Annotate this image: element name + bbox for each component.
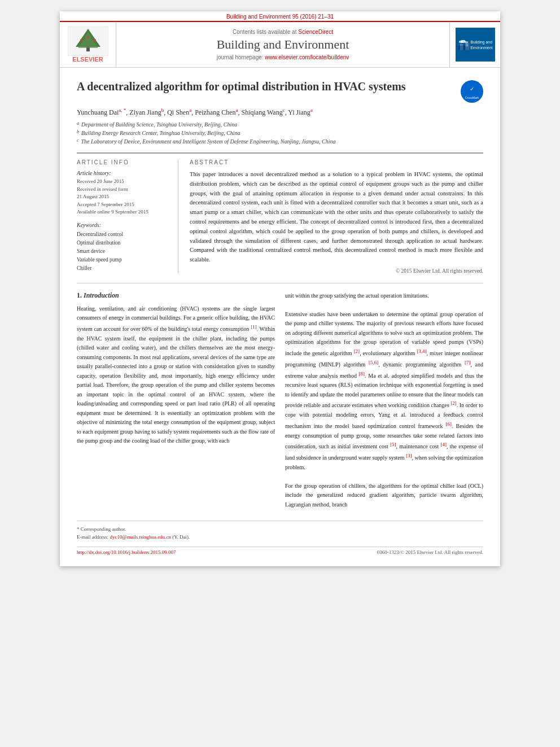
footnote-email-link[interactable]: dyc10@mails.tsinghua.edu.cn — [110, 534, 171, 540]
journal-homepage: journal homepage: www.elsevier.com/locat… — [217, 54, 349, 60]
abstract-text: This paper introduces a novel decentrali… — [190, 170, 483, 265]
intro-section-title: 1. Introduction — [77, 291, 275, 300]
homepage-url[interactable]: www.elsevier.com/locate/buildenv — [265, 54, 349, 60]
info-abstract-section: ARTICLE INFO Article history: Received 2… — [77, 152, 483, 274]
history-label: Article history: — [77, 170, 171, 176]
section-divider — [77, 283, 483, 283]
footnote-area: * Corresponding author. E-mail address: … — [77, 521, 483, 541]
sciencedirect-line: Contents lists available at ScienceDirec… — [233, 29, 333, 35]
author-wang: Shiqiang Wang — [241, 108, 282, 116]
available-date: Available online 9 September 2015 — [77, 208, 171, 216]
svg-rect-18 — [466, 45, 467, 46]
journal-right-logo: Building and Environment — [449, 22, 500, 67]
journal-header: ELSEVIER Contents lists available at Sci… — [60, 21, 500, 68]
journal-cover-icon — [458, 30, 471, 59]
author-jiang-z: Ziyan Jiang — [129, 108, 161, 116]
journal-ref: Building and Environment 95 (2016) 21–31 — [60, 11, 500, 21]
keywords-label: Keywords: — [77, 222, 171, 228]
keyword-3: Smart device — [77, 247, 171, 256]
abstract-header: ABSTRACT — [190, 159, 483, 165]
svg-rect-15 — [461, 45, 462, 46]
svg-point-11 — [464, 41, 468, 43]
svg-point-4 — [80, 39, 82, 41]
issn-copyright: 0360-1323/© 2015 Elsevier Ltd. All right… — [377, 549, 483, 555]
revised-date: 21 August 2015 — [77, 193, 171, 201]
article-info-col: ARTICLE INFO Article history: Received 2… — [77, 159, 178, 274]
svg-rect-16 — [466, 43, 467, 45]
elsevier-label: ELSEVIER — [72, 56, 103, 63]
received-date: Received 20 June 2015 — [77, 178, 171, 186]
footer-bar: http://dx.doi.org/10.1016/j.buildenv.201… — [77, 547, 483, 555]
keyword-2: Optimal distribution — [77, 239, 171, 247]
intro-section: 1. Introduction Heating, ventilation, an… — [77, 291, 483, 509]
doi-link[interactable]: http://dx.doi.org/10.1016/j.buildenv.201… — [77, 549, 176, 555]
svg-rect-19 — [467, 45, 468, 46]
svg-point-6 — [87, 36, 89, 38]
svg-rect-14 — [460, 45, 461, 46]
keyword-1: Decentralized control — [77, 230, 171, 239]
author-jiang-y: Yi Jiang — [288, 108, 310, 116]
journal-center: Contents lists available at ScienceDirec… — [116, 22, 449, 67]
article-title: A decentralized algorithm for optimal di… — [77, 79, 455, 94]
author-dai: Yunchuang Dai — [77, 108, 119, 116]
keywords-section: Keywords: Decentralized control Optimal … — [77, 222, 171, 273]
keyword-5: Chiller — [77, 264, 171, 273]
intro-left-col: 1. Introduction Heating, ventilation, an… — [77, 291, 275, 509]
history-group: Article history: Received 20 June 2015 R… — [77, 170, 171, 216]
footnote-email: E-mail address: dyc10@mails.tsinghua.edu… — [77, 534, 483, 541]
author-chen: Peizhang Chen — [195, 108, 235, 116]
elsevier-logo-section: ELSEVIER — [60, 22, 116, 67]
crossmark-badge[interactable]: ✓ CrossMark — [461, 80, 483, 103]
authors-line: Yunchuang Daia, *, Ziyan Jiangb, Qi Shen… — [77, 107, 483, 117]
crossmark-icon: ✓ — [466, 84, 478, 95]
footnote-corresponding: * Corresponding author. — [77, 526, 483, 534]
accepted-date: Accepted 7 September 2015 — [77, 201, 171, 209]
intro-right-col: unit within the group satisfying the act… — [285, 291, 483, 509]
intro-left-text: Heating, ventilation, and air conditioni… — [77, 304, 275, 446]
article-content: A decentralized algorithm for optimal di… — [60, 68, 500, 566]
svg-text:✓: ✓ — [470, 86, 474, 92]
affiliations: a Department of Building Science, Tsingh… — [77, 120, 483, 146]
svg-point-5 — [94, 39, 96, 41]
journal-title: Building and Environment — [217, 37, 349, 52]
revised-label: Received in revised form — [77, 186, 171, 194]
abstract-col: ABSTRACT This paper introduces a novel d… — [190, 159, 483, 274]
author-shen: Qi Shen — [167, 108, 189, 116]
right-logo-label: Building and Environment — [470, 40, 492, 51]
article-info-header: ARTICLE INFO — [77, 159, 171, 165]
svg-rect-17 — [467, 43, 468, 45]
elsevier-tree-icon — [68, 27, 108, 56]
sciencedirect-link[interactable]: ScienceDirect — [298, 29, 333, 35]
keyword-4: Variable speed pump — [77, 256, 171, 264]
intro-right-text: unit within the group satisfying the act… — [285, 291, 483, 509]
copyright-line: © 2015 Elsevier Ltd. All rights reserved… — [190, 268, 483, 274]
journal-logo-box: Building and Environment — [456, 28, 495, 62]
